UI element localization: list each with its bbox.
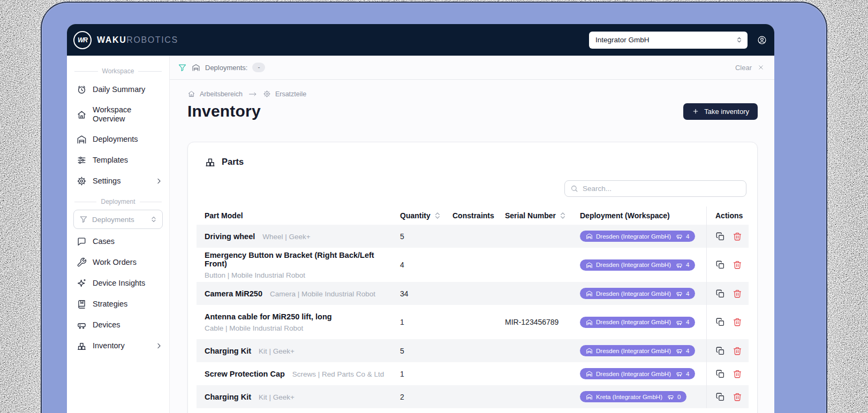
part-quantity: 34 [400,289,452,298]
sidebar-item-device-insights[interactable]: Device Insights [67,273,169,294]
column-quantity[interactable]: Quantity [400,211,452,220]
take-inventory-button[interactable]: Take inventory [683,103,758,120]
part-quantity: 2 [400,393,452,401]
deployment-cell: Dresden (Integrator GmbH) 4 [580,368,706,379]
sidebar-item-settings[interactable]: Settings [67,171,169,192]
deployments-filter-select[interactable]: Deployments [73,210,163,229]
copy-icon[interactable] [715,392,725,402]
part-quantity: 5 [400,232,452,241]
sidebar-item-label: Settings [93,177,120,186]
copy-icon[interactable] [715,369,725,379]
table-row[interactable]: Camera MiR250 Camera | Mobile Industrial… [197,282,749,305]
deployment-badge[interactable]: Dresden (Integrator GmbH) 4 [580,231,695,242]
actions-cell [706,339,749,362]
robot-icon [676,370,683,377]
device-count: 4 [686,262,689,268]
part-category: Kit | Geek+ [259,347,295,355]
sidebar-item-strategies[interactable]: Strategies [67,294,169,315]
deployment-name: Dresden (Integrator GmbH) [596,371,671,377]
deployment-badge[interactable]: Kreta (Integrator GmbH) 0 [580,391,686,402]
trash-icon[interactable] [733,232,742,241]
copy-icon[interactable] [715,346,725,356]
part-name: Charging Kit [205,347,251,355]
robot-icon [676,319,683,326]
trash-icon[interactable] [733,369,742,379]
deployment-badge[interactable]: Dresden (Integrator GmbH) 4 [580,259,695,271]
deployment-cell: Kreta (Integrator GmbH) 0 [580,391,706,402]
column-part-model: Part Model [197,211,400,220]
deployment-cell: Dresden (Integrator GmbH) 4 [580,345,706,356]
sidebar-item-workspace-overview[interactable]: Workspace Overview [67,100,169,129]
sidebar-item-inventory[interactable]: Inventory [67,335,169,356]
trash-icon[interactable] [733,346,742,356]
brand-light: ROBOTICS [126,35,178,44]
deployment-cell: Dresden (Integrator GmbH) 4 [580,231,706,242]
sidebar-item-templates[interactable]: Templates [67,150,169,171]
table-row[interactable]: Emergency Button w Bracket (Right Back/L… [197,248,749,282]
table-row[interactable]: Charging Kit Kit | Geek+ 2 Kreta (Integr… [197,385,749,408]
clock-icon [77,85,87,95]
breadcrumb-workspace[interactable]: Arbeitsbereich [200,90,243,98]
table-row[interactable]: Screw Protection Cap Screws | Red Parts … [197,362,749,385]
actions-cell [706,248,749,282]
actions-cell [706,282,749,305]
copy-icon[interactable] [715,260,725,270]
trash-icon[interactable] [733,260,742,270]
deployment-badge[interactable]: Dresden (Integrator GmbH) 4 [580,345,695,356]
garage-icon [586,319,593,326]
copy-icon[interactable] [715,317,725,327]
sidebar-item-deployments[interactable]: Deployments [67,129,169,150]
deployments-filter-placeholder: Deployments [92,216,134,224]
sidebar-item-label: Strategies [93,300,127,309]
part-name: Charging Kit [205,393,251,401]
chevron-right-icon [155,342,163,350]
garage-icon [586,233,593,240]
garage-icon [77,134,87,144]
waku-robotics-logo[interactable]: WR WAKUROBOTICS [73,31,178,49]
copy-icon[interactable] [715,232,725,241]
workspace-selector-value: Integrator GmbH [595,36,650,44]
column-deployment: Deployment (Workspace) [580,211,706,220]
table-row[interactable]: Antenna cable for MiR250 lift, long Cabl… [197,305,749,339]
sidebar-item-work-orders[interactable]: Work Orders [67,252,169,273]
active-filters-bar: Deployments: - Clear [170,56,774,80]
column-serial-number[interactable]: Serial Number [505,211,580,220]
garage-icon [586,290,593,297]
trash-icon[interactable] [733,317,742,327]
sidebar-item-label: Work Orders [93,258,137,267]
part-name: Camera MiR250 [205,289,262,298]
app-screen: WR WAKUROBOTICS Integrator GmbH Workspac… [67,24,774,413]
workspace-selector[interactable]: Integrator GmbH [589,32,748,49]
home-icon [77,110,87,120]
deployment-badge[interactable]: Dresden (Integrator GmbH) 4 [580,288,695,299]
device-frame: WR WAKUROBOTICS Integrator GmbH Workspac… [42,3,826,413]
device-count: 0 [677,394,681,400]
filter-value-badge[interactable]: - [252,63,265,72]
gear-icon [77,176,87,186]
clear-filters-button[interactable]: Clear [735,64,752,72]
page-title: Inventory [187,102,261,120]
trash-icon[interactable] [733,289,742,299]
garage-icon [586,370,593,377]
user-account-icon[interactable] [757,35,767,45]
trash-icon[interactable] [733,392,742,402]
brand-bold: WAKU [97,35,126,44]
sidebar-item-devices[interactable]: Devices [67,315,169,335]
robot-icon [77,320,87,330]
sidebar-item-cases[interactable]: Cases [67,231,169,252]
sidebar-item-daily-summary[interactable]: Daily Summary [67,79,169,100]
robot-icon [676,347,683,354]
table-row[interactable]: Charging Kit Kit | Geek+ 5 Dresden (Inte… [197,339,749,362]
close-icon[interactable] [757,64,765,71]
part-category: Camera | Mobile Industrial Robot [270,290,375,298]
table-header: Part Model Quantity Constraints Serial N… [197,206,749,225]
part-name: Emergency Button w Bracket (Right Back/L… [205,251,395,268]
part-model-cell: Charging Kit Kit | Geek+ [197,393,400,401]
deployment-badge[interactable]: Dresden (Integrator GmbH) 4 [580,368,695,379]
funnel-icon [178,63,187,72]
deployment-badge[interactable]: Dresden (Integrator GmbH) 4 [580,317,695,328]
search-input[interactable] [583,185,741,193]
parts-card: Parts Part Model Quantit [187,142,758,413]
copy-icon[interactable] [715,289,725,299]
table-row[interactable]: Driving wheel Wheel | Geek+ 5 Dresden (I… [197,225,749,248]
